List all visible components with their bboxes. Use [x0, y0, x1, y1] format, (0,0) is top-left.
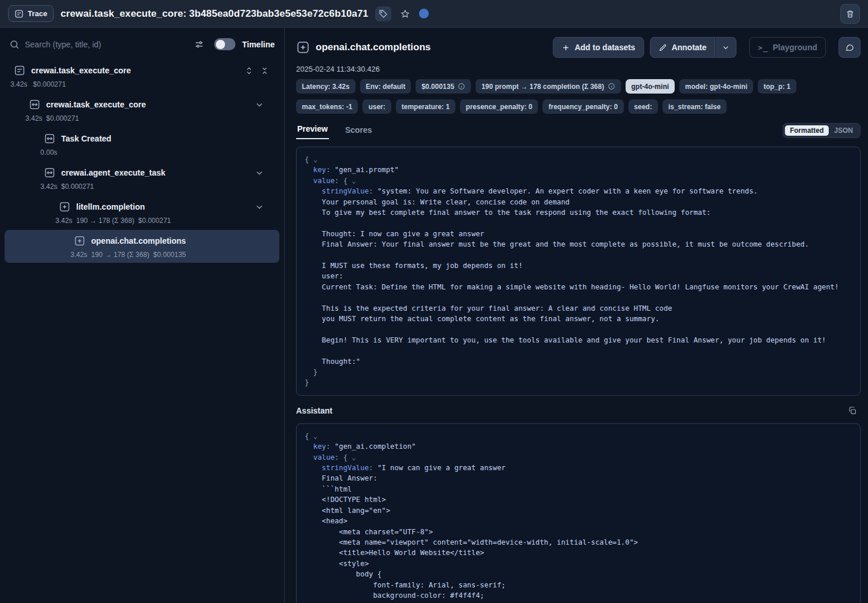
header-actions: Add to datasets Annotate >_ Playground — [553, 37, 860, 58]
metadata-badge: temperature: 1 — [396, 99, 455, 114]
playground-button[interactable]: >_ Playground — [749, 37, 826, 58]
tree-item-meta: 3.42s $0.000271 — [10, 80, 279, 88]
badges-row-1: Latency: 3.42sEnv: default$0.000135190 p… — [296, 79, 860, 94]
add-to-datasets-label: Add to datasets — [575, 43, 635, 52]
trace-title: crewai.task_execute_core: 3b485ea0d723ba… — [61, 8, 368, 20]
collapse-all-icon[interactable] — [260, 66, 269, 75]
metadata-badge: is_stream: false — [663, 99, 727, 114]
metadata-badge: $0.000135 — [416, 79, 471, 94]
assistant-label: Assistant — [296, 406, 332, 415]
generation-icon — [296, 40, 310, 54]
trace-tree-sidebar: Timeline crewai.task_execute_core3.42s $… — [0, 28, 285, 603]
metadata-badge: frequency_penalty: 0 — [542, 99, 623, 114]
completion-json-block[interactable]: { ⌄ key: "gen_ai.completion" value: { ⌄ … — [296, 423, 860, 603]
plus-icon — [562, 43, 570, 52]
observation-header: openai.chat.completions Add to datasets … — [296, 37, 860, 58]
terminal-icon: >_ — [758, 43, 768, 52]
annotate-button[interactable]: Annotate — [650, 37, 716, 58]
tree-item-meta: 3.42s $0.000271 — [40, 183, 279, 191]
tree-item[interactable]: openai.chat.completions3.42s 190 → 178 (… — [5, 230, 279, 263]
search-input[interactable] — [25, 40, 189, 49]
tree-item-label: litellm.completion — [76, 202, 145, 211]
annotate-dropdown-button[interactable] — [715, 37, 736, 58]
search-row: Timeline — [0, 28, 284, 56]
trace-type-badge[interactable]: Trace — [8, 5, 54, 22]
metadata-badge: seed: — [628, 99, 658, 114]
star-icon — [401, 9, 410, 18]
gen-icon — [59, 201, 70, 213]
chevron-down-icon — [721, 43, 730, 52]
metadata-badge: top_p: 1 — [758, 79, 796, 94]
metadata-badge: model: gpt-4o-mini — [679, 79, 753, 94]
tree-item-meta: 0.00s — [40, 148, 279, 157]
tree-item-label: crewai.agent_execute_task — [61, 168, 166, 177]
environment-icon[interactable] — [419, 9, 429, 18]
metadata-badge: Latency: 3.42s — [296, 79, 356, 94]
annotate-label: Annotate — [672, 43, 707, 52]
trace-icon — [14, 9, 24, 18]
tree-item[interactable]: crewai.task_execute_core3.42s $0.000271 — [5, 94, 279, 126]
assistant-row: Assistant — [296, 405, 860, 416]
metadata-badge: max_tokens: -1 — [296, 99, 358, 114]
format-toggle-json[interactable]: JSON — [829, 125, 858, 136]
trash-icon — [845, 9, 855, 18]
tag-button[interactable] — [375, 6, 391, 21]
badges-row-2: max_tokens: -1user:temperature: 1presenc… — [296, 99, 860, 114]
tree-item-label: crewai.task_execute_core — [31, 66, 131, 75]
trace-tree: crewai.task_execute_core3.42s $0.000271c… — [0, 56, 284, 263]
metadata-badge: presence_penalty: 0 — [460, 99, 538, 114]
search-icon — [9, 39, 20, 50]
top-bar: Trace crewai.task_execute_core: 3b485ea0… — [0, 0, 868, 28]
tree-item[interactable]: crewai.task_execute_core3.42s $0.000271 — [5, 59, 279, 92]
tree-item-meta: 3.42s $0.000271 — [25, 114, 279, 122]
tag-icon — [379, 9, 388, 18]
tree-item-meta: 3.42s 190 → 178 (Σ 368) $0.000135 — [70, 251, 279, 259]
star-button[interactable] — [398, 7, 412, 21]
format-toggle-formatted[interactable]: Formatted — [785, 125, 829, 136]
format-toggle: Formatted JSON — [783, 123, 860, 138]
observation-detail-panel: openai.chat.completions Add to datasets … — [285, 28, 868, 603]
timeline-toggle[interactable] — [214, 38, 235, 50]
sliders-icon — [194, 39, 204, 50]
add-to-datasets-button[interactable]: Add to datasets — [553, 37, 644, 58]
info-icon — [458, 83, 465, 90]
chevron-down-icon[interactable] — [255, 100, 264, 110]
chevron-down-icon[interactable] — [255, 168, 264, 178]
pencil-icon — [659, 43, 667, 52]
playground-label: Playground — [773, 43, 817, 52]
tree-item[interactable]: litellm.completion3.42s 190 → 178 (Σ 368… — [5, 196, 279, 229]
span-icon — [44, 167, 55, 178]
tree-actions — [245, 66, 269, 75]
comment-icon — [845, 43, 854, 52]
chevron-down-icon[interactable] — [255, 202, 264, 212]
tab-scores[interactable]: Scores — [344, 125, 373, 139]
expand-all-icon[interactable] — [245, 66, 253, 75]
prompt-json-block[interactable]: { ⌄ key: "gen_ai.prompt" value: { ⌄ stri… — [296, 147, 860, 396]
tree-item-meta: 3.42s 190 → 178 (Σ 368) $0.000271 — [55, 217, 279, 225]
comments-button[interactable] — [839, 37, 860, 58]
trace-icon — [14, 65, 25, 76]
tree-item-label: Task Created — [61, 134, 111, 143]
observation-title: openai.chat.completions — [316, 42, 431, 53]
copy-icon — [848, 406, 857, 415]
trace-badge-label: Trace — [28, 9, 47, 18]
timeline-label: Timeline — [242, 40, 275, 49]
annotate-split-button: Annotate — [650, 37, 737, 58]
metadata-badge: 190 prompt → 178 completion (Σ 368) — [476, 79, 621, 94]
metadata-badge: Env: default — [360, 79, 411, 94]
tree-item-label: crewai.task_execute_core — [46, 100, 146, 109]
toggle-knob — [216, 40, 225, 49]
delete-trace-button[interactable] — [840, 4, 860, 24]
tree-item-label: openai.chat.completions — [91, 236, 186, 245]
observation-timestamp: 2025-02-24 11:34:30.426 — [296, 65, 860, 73]
filter-button[interactable] — [194, 39, 205, 50]
model-badge[interactable]: gpt-4o-mini — [626, 79, 675, 94]
tree-item[interactable]: crewai.agent_execute_task3.42s $0.000271 — [5, 162, 279, 195]
info-icon — [608, 83, 615, 90]
tree-item[interactable]: Task Created0.00s — [5, 128, 279, 161]
tab-preview[interactable]: Preview — [296, 124, 329, 139]
copy-button[interactable] — [848, 405, 858, 416]
gen-icon — [74, 235, 85, 247]
span-icon — [44, 133, 55, 144]
metadata-badge: user: — [362, 99, 391, 114]
